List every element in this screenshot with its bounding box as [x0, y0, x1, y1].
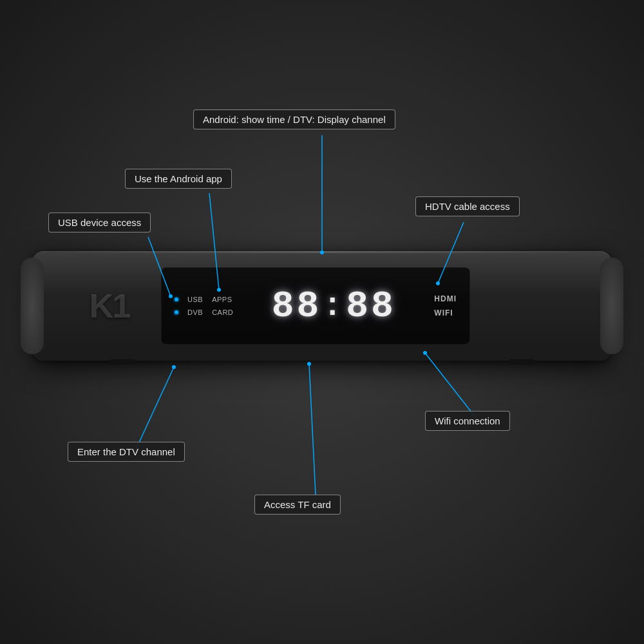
annotation-usb-device-access: USB device access: [48, 213, 151, 232]
annotation-hdtv-cable-access: HDTV cable access: [415, 196, 520, 216]
svg-point-11: [307, 362, 311, 366]
apps-label: APPS: [212, 296, 232, 303]
dvb-label: DVB: [187, 308, 203, 316]
annotation-android-show-time: Android: show time / DTV: Display channe…: [193, 109, 395, 129]
device-logo-area: K1: [71, 270, 148, 341]
digit-minutes: 88: [346, 285, 396, 327]
device-body: K1 USB APPS DVB CARD 88 :: [32, 251, 612, 361]
device-foot-right: [509, 359, 535, 365]
svg-line-10: [309, 364, 316, 495]
card-label: CARD: [212, 308, 233, 316]
main-scene: K1 USB APPS DVB CARD 88 :: [0, 0, 644, 644]
digit-hours: 88: [272, 285, 322, 327]
wifi-label: WIFI: [434, 308, 457, 317]
indicator-row-bottom: DVB CARD: [175, 308, 233, 316]
dvb-dot: [175, 310, 178, 314]
device-logo: K1: [90, 287, 129, 325]
digit-colon: :: [323, 288, 345, 325]
device-foot-left: [109, 359, 135, 365]
annotation-wifi-connection: Wifi connection: [425, 411, 510, 431]
svg-line-12: [425, 353, 477, 419]
right-label-group: HDMI WIFI: [434, 294, 457, 317]
usb-label: USB: [187, 296, 203, 303]
indicator-row-top: USB APPS: [175, 296, 233, 303]
hdmi-label: HDMI: [434, 294, 457, 303]
usb-dot: [175, 298, 178, 301]
annotation-use-android-app: Use the Android app: [125, 169, 232, 189]
display-panel: USB APPS DVB CARD 88 : 88 HDMI WIFI: [161, 267, 470, 345]
svg-line-8: [135, 367, 174, 451]
device-highlight: [44, 251, 600, 253]
annotation-access-tf-card: Access TF card: [254, 495, 341, 515]
time-display: 88 : 88: [272, 285, 396, 327]
annotation-enter-dtv-channel: Enter the DTV channel: [68, 442, 185, 462]
svg-point-9: [172, 365, 176, 369]
indicator-group: USB APPS DVB CARD: [175, 296, 233, 316]
